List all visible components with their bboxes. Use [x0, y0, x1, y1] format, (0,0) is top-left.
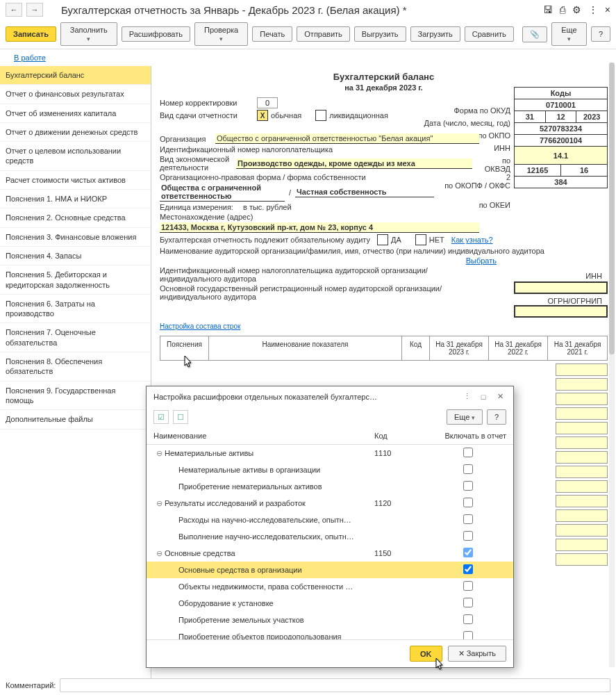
- check-all-icon[interactable]: ☑: [153, 410, 169, 424]
- audit-yes-check[interactable]: [377, 234, 388, 245]
- sidebar-item-13[interactable]: Пояснения 8. Обеспечения обязательств: [0, 352, 151, 382]
- export-button[interactable]: Выгрузить: [354, 26, 406, 42]
- type-liq-check[interactable]: [315, 110, 326, 121]
- include-checkbox[interactable]: [463, 581, 473, 591]
- audit-how-link[interactable]: Как узнать?: [451, 236, 493, 244]
- activity-value[interactable]: Производство одежды, кроме одежды из мех…: [236, 158, 472, 169]
- dialog-close-icon[interactable]: ✕: [494, 392, 506, 401]
- include-checkbox[interactable]: [463, 598, 473, 607]
- sidebar-item-9[interactable]: Пояснения 4. Запасы: [0, 247, 151, 265]
- okved-value[interactable]: 14.1: [514, 147, 608, 165]
- sidebar-item-7[interactable]: Пояснения 2. Основные средства: [0, 208, 151, 227]
- sidebar-item-12[interactable]: Пояснения 7. Оценочные обязательства: [0, 323, 151, 352]
- data-cell[interactable]: [556, 363, 608, 376]
- data-cell[interactable]: [556, 466, 608, 478]
- select-link[interactable]: Выбрать: [466, 256, 497, 265]
- dialog-row[interactable]: ⊖Нематериальные активы1110: [147, 445, 513, 461]
- more-button[interactable]: Еще: [551, 22, 587, 46]
- sidebar-item-4[interactable]: Отчет о целевом использовании средств: [0, 142, 151, 171]
- sidebar-item-8[interactable]: Пояснения 3. Финансовые вложения: [0, 228, 151, 247]
- settings-icon[interactable]: ⚙: [572, 4, 581, 15]
- close-button[interactable]: ✕ Закрыть: [448, 646, 506, 662]
- sidebar-item-15[interactable]: Дополнительные файлы: [0, 410, 151, 429]
- attachment-button[interactable]: 📎: [522, 26, 547, 42]
- data-cell[interactable]: [556, 422, 608, 434]
- data-cell[interactable]: [556, 509, 608, 522]
- aud-ogrn-input[interactable]: [514, 305, 608, 318]
- data-cell[interactable]: [556, 524, 608, 537]
- fill-button[interactable]: Заполнить: [60, 22, 117, 46]
- include-checkbox[interactable]: [463, 631, 473, 639]
- dialog-row[interactable]: Приобретение объектов природопользования: [147, 628, 513, 639]
- dialog-row[interactable]: Оборудование к установке: [147, 595, 513, 612]
- status-link[interactable]: В работе: [7, 51, 53, 65]
- dialog-row[interactable]: Приобретение нематериальных активов: [147, 478, 513, 495]
- include-checkbox[interactable]: [463, 564, 473, 574]
- include-checkbox[interactable]: [463, 481, 473, 491]
- comment-input[interactable]: [60, 678, 610, 692]
- data-cell[interactable]: [556, 451, 608, 464]
- sidebar-item-10[interactable]: Пояснения 5. Дебиторская и кредиторская …: [0, 265, 151, 295]
- config-rows-link[interactable]: Настройка состава строк: [160, 322, 240, 330]
- ok-button[interactable]: OK: [410, 646, 442, 662]
- org-value[interactable]: Общество с ограниченной ответственностью…: [215, 133, 479, 144]
- close-icon[interactable]: ×: [605, 4, 610, 15]
- data-cell[interactable]: [556, 480, 608, 493]
- help-button[interactable]: ?: [591, 26, 610, 42]
- expand-icon[interactable]: ⊖: [153, 449, 165, 458]
- sidebar-item-2[interactable]: Отчет об изменениях капитала: [0, 104, 151, 123]
- include-checkbox[interactable]: [463, 514, 473, 524]
- dialog-row[interactable]: ⊖Основные средства1150: [147, 545, 513, 562]
- dialog-more-button[interactable]: Еще: [447, 409, 483, 425]
- include-checkbox[interactable]: [463, 614, 473, 624]
- include-checkbox[interactable]: [463, 531, 473, 541]
- dialog-row[interactable]: Расходы на научно-исследовательские, опы…: [147, 512, 513, 528]
- data-cell[interactable]: [556, 407, 608, 420]
- data-cell[interactable]: [556, 436, 608, 449]
- include-checkbox[interactable]: [463, 464, 473, 474]
- dialog-row[interactable]: ⊖Результаты исследований и разработок112…: [147, 495, 513, 512]
- decode-button[interactable]: Расшифровать: [122, 26, 190, 42]
- sidebar-item-14[interactable]: Пояснения 9. Государственная помощь: [0, 382, 151, 411]
- dialog-row[interactable]: Основные средства в организации: [147, 562, 513, 578]
- corr-input[interactable]: [257, 97, 278, 108]
- back-button[interactable]: ←: [6, 3, 22, 17]
- dialog-row[interactable]: Приобретение земельных участков: [147, 612, 513, 628]
- sidebar-item-5[interactable]: Расчет стоимости чистых активов: [0, 171, 151, 190]
- expand-icon[interactable]: ⊖: [153, 549, 165, 558]
- include-checkbox[interactable]: [463, 448, 473, 457]
- compare-button[interactable]: Сравнить: [465, 26, 514, 42]
- dialog-minimize-icon[interactable]: □: [477, 393, 490, 401]
- data-cell[interactable]: [556, 495, 608, 507]
- uncheck-all-icon[interactable]: ☐: [173, 410, 188, 424]
- type-normal-check[interactable]: X: [257, 110, 268, 121]
- dialog-row[interactable]: Выполнение научно-исследовательских, опы…: [147, 528, 513, 545]
- sidebar-item-11[interactable]: Пояснения 6. Затраты на производство: [0, 295, 151, 324]
- data-cell[interactable]: [556, 553, 608, 566]
- audit-no-check[interactable]: [415, 234, 426, 245]
- check-button[interactable]: Проверка: [194, 22, 248, 46]
- scrollbar-thumb[interactable]: [609, 63, 615, 354]
- print-button[interactable]: Печать: [252, 26, 292, 42]
- sidebar-item-1[interactable]: Отчет о финансовых результатах: [0, 85, 151, 104]
- sidebar-item-3[interactable]: Отчет о движении денежных средств: [0, 123, 151, 142]
- menu-icon[interactable]: ⋮: [588, 4, 598, 15]
- sidebar-item-6[interactable]: Пояснения 1. НМА и НИОКР: [0, 190, 151, 208]
- dialog-row[interactable]: Объекты недвижимости, права собственност…: [147, 578, 513, 595]
- send-button[interactable]: Отправить: [297, 26, 350, 42]
- addr-value[interactable]: 121433, Москва г, Кутузовский пр-кт, дом…: [160, 222, 479, 233]
- save-button[interactable]: Записать: [6, 26, 56, 42]
- dialog-row[interactable]: Нематериальные активы в организации: [147, 461, 513, 478]
- data-cell[interactable]: [556, 539, 608, 551]
- expand-icon[interactable]: ⊖: [153, 499, 165, 508]
- forward-button[interactable]: →: [26, 3, 43, 17]
- data-cell[interactable]: [556, 393, 608, 405]
- save-icon[interactable]: 🖫: [543, 4, 553, 15]
- print-icon[interactable]: ⎙: [560, 4, 565, 15]
- sidebar-item-0[interactable]: Бухгалтерский баланс: [0, 66, 151, 85]
- import-button[interactable]: Загрузить: [410, 26, 460, 42]
- aud-inn-input[interactable]: [514, 281, 608, 294]
- data-cell[interactable]: [556, 378, 608, 391]
- dialog-help-button[interactable]: ?: [487, 409, 506, 425]
- include-checkbox[interactable]: [463, 498, 473, 507]
